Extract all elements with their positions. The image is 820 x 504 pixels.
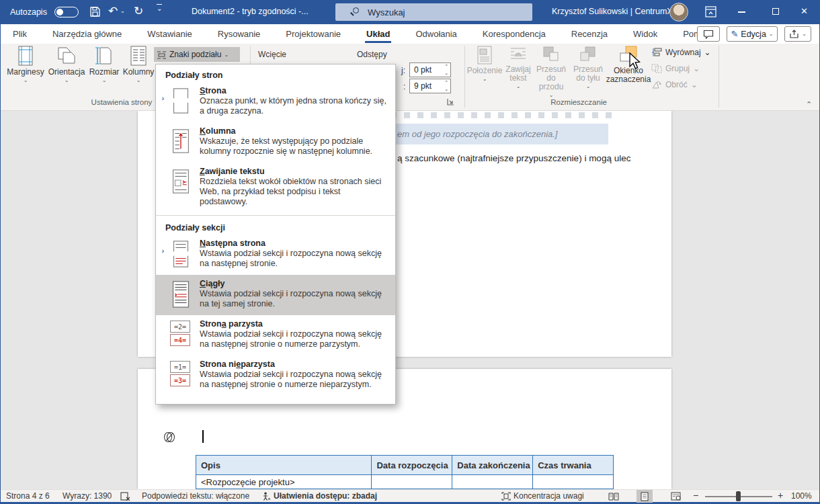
wrap-text-icon — [509, 46, 527, 63]
focus-icon — [501, 492, 511, 501]
text-predictions-status[interactable]: Podpowiedzi tekstu: włączone — [142, 491, 249, 501]
breaks-button[interactable]: Znaki podziału ⌄ — [154, 47, 240, 62]
menu-item-ciagly[interactable]: Ciągły Wstawia podział sekcji i rozpoczy… — [156, 275, 395, 315]
tab-plik[interactable]: Plik — [11, 25, 28, 43]
search-box[interactable]: Wyszukaj — [335, 3, 532, 21]
menu-item-strona[interactable]: › Strona Oznacza punkt, w którym jedna s… — [156, 82, 395, 122]
zoom-level[interactable]: 100% — [791, 491, 812, 501]
menu-item-nastepna-strona[interactable]: › Następna strona Wstawia podział sekcji… — [156, 235, 395, 275]
columns-button[interactable]: Kolumny ⌄ — [122, 46, 155, 102]
tab-wstawianie[interactable]: Wstawianie — [146, 25, 193, 43]
undo-chevron-icon[interactable]: ⌄ — [120, 8, 125, 14]
position-icon — [477, 46, 493, 65]
close-button[interactable]: ✕ — [801, 6, 808, 16]
cell-czas-trwania[interactable] — [533, 475, 614, 489]
ribbon-display-options-button[interactable] — [705, 6, 716, 17]
tab-rysowanie[interactable]: Rysowanie — [216, 25, 262, 43]
redo-button[interactable]: ↻ — [134, 4, 143, 18]
autosave-label: Autozapis — [10, 7, 47, 17]
menu-item-kolumna[interactable]: Kolumna Wskazuje, że tekst występujący p… — [156, 122, 395, 163]
send-backward-button: Przesuń do tyłu ⌄ — [570, 46, 606, 102]
orientation-button[interactable]: Orientacja ⌄ — [46, 46, 87, 102]
spacing-before-spinner[interactable]: 0 pkt ⌃⌄ — [409, 62, 451, 77]
read-mode-icon — [608, 493, 619, 501]
column-break-icon — [170, 126, 192, 155]
zoom-out-button[interactable]: − — [693, 490, 698, 501]
save-icon[interactable] — [89, 6, 101, 17]
menu-item-zawijanie-tekstu[interactable]: Zawijanie tekstu Rozdziela tekst wokół o… — [156, 163, 395, 211]
align-button[interactable]: Wyrównaj ⌄ — [651, 48, 711, 57]
spacing-after-spinner[interactable]: 9 pkt ⌃⌄ — [409, 79, 451, 93]
qat-customize-button[interactable]: ⌄ — [157, 4, 162, 12]
read-mode-button[interactable] — [606, 490, 622, 503]
tab-recenzja[interactable]: Recenzja — [570, 25, 609, 43]
bring-forward-button: Przesuń do przodu ⌄ — [534, 46, 569, 102]
menu-item-desc: Wstawia podział sekcji i rozpoczyna nową… — [200, 329, 386, 349]
group-chevron-icon: ⌄ — [693, 64, 700, 73]
paragraph-dialog-launcher[interactable] — [446, 97, 455, 106]
tab-korespondencja[interactable]: Korespondencja — [481, 25, 547, 43]
autosave-toggle[interactable] — [54, 7, 79, 17]
tab-odwolania[interactable]: Odwołania — [414, 25, 458, 43]
print-layout-button[interactable] — [637, 490, 653, 503]
spin-down-icon[interactable]: ⌄ — [444, 86, 448, 93]
spin-up-icon[interactable]: ⌃ — [444, 63, 448, 70]
title-bar: Autozapis ↶ ⌄ ↻ ⌄ Dokument2 - tryb zgodn… — [1, 0, 819, 24]
zoom-slider-thumb[interactable] — [736, 491, 741, 501]
project-table[interactable]: Opis Data rozpoczęcia Data zakończenia C… — [196, 455, 614, 489]
collapse-ribbon-button[interactable]: ⌃ — [806, 100, 812, 109]
size-button[interactable]: Rozmiar ⌄ — [88, 46, 120, 102]
spacing-before-label-fragment: j: — [401, 66, 405, 75]
proofing-errors-icon[interactable] — [120, 492, 130, 501]
zoom-in-button[interactable]: + — [778, 490, 783, 501]
spin-down-icon[interactable]: ⌄ — [444, 70, 448, 77]
minimize-button[interactable] — [738, 11, 745, 13]
send-backward-label: Przesuń do tyłu — [570, 65, 606, 83]
focus-mode-button[interactable]: Koncentracja uwagi — [514, 491, 584, 501]
maximize-button[interactable] — [772, 8, 779, 15]
zoom-slider[interactable] — [705, 496, 772, 497]
share-button[interactable]: ⌄ — [784, 26, 811, 42]
menu-item-title: Strona — [200, 86, 386, 95]
breaks-menu: Podziały stron › Strona Oznacza punkt, w… — [155, 64, 396, 405]
page-indicator[interactable]: Strona 4 z 6 — [6, 491, 50, 501]
col-opis[interactable]: Opis — [196, 456, 372, 475]
position-button: Położenie ⌄ — [468, 46, 501, 102]
tab-narzedzia-glowne[interactable]: Narzędzia główne — [51, 25, 123, 43]
col-data-zakonczenia[interactable]: Data zakończenia — [452, 456, 533, 475]
tab-projektowanie[interactable]: Projektowanie — [284, 25, 342, 43]
editing-mode-button[interactable]: ✎ Edycja ⌄ — [727, 26, 778, 42]
accessibility-status[interactable]: Ułatwienia dostępu: zbadaj — [274, 491, 377, 501]
object-anchor-icon — [163, 431, 176, 443]
spin-up-icon[interactable]: ⌃ — [444, 79, 448, 86]
margins-label: Marginesy — [7, 68, 44, 77]
cell-data-zakonczenia[interactable] — [452, 475, 533, 489]
orientation-icon — [56, 46, 77, 66]
avatar[interactable] — [669, 3, 688, 22]
web-layout-button[interactable] — [667, 490, 684, 503]
undo-button[interactable]: ↶ — [108, 4, 118, 18]
columns-label: Kolumny — [123, 68, 155, 77]
account-name[interactable]: Krzysztof Sulikowski | CentrumXP — [552, 7, 678, 16]
spacing-after-label-fragment: : — [403, 82, 405, 91]
cell-opis[interactable]: <Rozpoczęcie projektu> — [196, 475, 372, 489]
col-data-rozpoczecia[interactable]: Data rozpoczęcia — [372, 456, 452, 475]
tab-uklad[interactable]: Układ — [365, 25, 391, 43]
margins-button[interactable]: Marginesy ⌄ — [6, 46, 45, 102]
menu-item-strona-parzysta[interactable]: =2= =4= Strona parzysta Wstawia podział … — [156, 315, 395, 355]
status-bar: Strona 4 z 6 Wyrazy: 1390 Podpowiedzi te… — [1, 489, 819, 502]
highlighted-text: em od jego rozpoczęcia do zakończenia.] — [397, 129, 557, 139]
col-czas-trwania[interactable]: Czas trwania — [533, 456, 614, 475]
text-cursor — [202, 430, 204, 443]
page-break-icon — [170, 86, 192, 114]
tab-widok[interactable]: Widok — [632, 25, 659, 43]
margins-icon — [16, 46, 35, 66]
web-layout-icon — [671, 492, 681, 501]
menu-item-strona-nieparzysta[interactable]: =1= =3= Strona nieparzysta Wstawia podzi… — [156, 355, 395, 396]
next-page-section-icon — [170, 239, 192, 268]
word-count[interactable]: Wyrazy: 1390 — [63, 491, 112, 501]
table-header-row: Opis Data rozpoczęcia Data zakończenia C… — [196, 456, 614, 475]
menu-item-desc: Wstawia podział sekcji i rozpoczyna nową… — [200, 370, 386, 390]
comments-button[interactable] — [697, 26, 720, 42]
cell-data-rozpoczecia[interactable] — [372, 475, 452, 489]
